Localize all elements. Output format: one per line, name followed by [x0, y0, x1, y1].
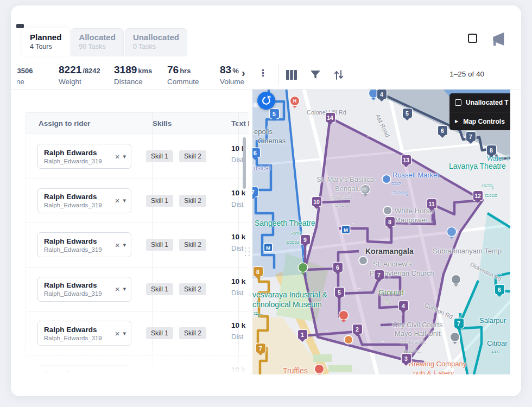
- map-place-label: Manpower...: [395, 216, 433, 224]
- skill-chip[interactable]: Skill 1: [146, 150, 173, 162]
- skill-chip[interactable]: Skill 1: [146, 239, 173, 251]
- route-stop-marker-blue[interactable]: 7: [252, 187, 258, 196]
- skills-chips: Skill 1Skill 2: [146, 239, 206, 251]
- route-direction-arrow: →: [357, 287, 362, 292]
- skill-chip[interactable]: Skill 2: [179, 327, 206, 339]
- rider-select[interactable]: Ralph EdwardsRalph_Edwards_319×▾: [37, 188, 131, 213]
- skill-chip[interactable]: Skill 1: [146, 195, 173, 207]
- dropdown-caret-icon[interactable]: ▾: [123, 374, 131, 374]
- dropdown-caret-icon[interactable]: ▾: [123, 153, 131, 160]
- route-stop-marker-purple[interactable]: 3: [402, 354, 411, 363]
- megaphone-icon[interactable]: [487, 31, 506, 48]
- route-stop-marker-teal[interactable]: 6: [495, 285, 504, 294]
- route-stop-marker-purple[interactable]: 6: [333, 263, 343, 272]
- route-stop-marker-purple[interactable]: 2: [353, 325, 362, 334]
- panel-resize-handle[interactable]: [245, 247, 250, 263]
- park-pin: [299, 263, 307, 272]
- route-stop-marker-purple[interactable]: 14: [326, 113, 335, 122]
- sort-icon[interactable]: [332, 68, 345, 81]
- col-header-assign-to-rider[interactable]: Assign to rider: [39, 119, 90, 128]
- route-stop-marker-blue[interactable]: 5: [270, 109, 279, 118]
- route-stop-marker-purple[interactable]: 7: [375, 270, 384, 279]
- route-stop-marker-purple[interactable]: 5: [335, 288, 344, 297]
- stat-value: 76: [167, 64, 179, 75]
- table-scrollbar[interactable]: [243, 137, 246, 189]
- metric-value: 10 k: [231, 189, 248, 197]
- route-stop-marker-purple[interactable]: 8: [385, 217, 395, 226]
- main-panel: Planned 4 Tours Allocated 90 Tasks Unall…: [11, 5, 521, 396]
- map[interactable]: Unallocated T▶Map Controls →→→→→→→→→→→→→…: [252, 90, 510, 374]
- clear-rider-icon[interactable]: ×: [112, 152, 123, 161]
- route-stop-marker-navy[interactable]: 8: [487, 145, 496, 155]
- map-place-label: Salarpur: [479, 316, 506, 325]
- skill-chip[interactable]: Skill 1: [146, 372, 173, 375]
- rider-select[interactable]: Ralph EdwardsRalph_Edwards_319×▾: [37, 321, 131, 346]
- unallocated-tasks-toggle[interactable]: Unallocated T: [449, 93, 510, 112]
- skill-chip[interactable]: Skill 2: [179, 372, 206, 375]
- map-place-label: City Civil Courts: [392, 321, 442, 329]
- table-row: Ralph EdwardsRalph_Edwards_319×▾Skill 1S…: [26, 135, 249, 179]
- route-stop-marker-navy[interactable]: 6: [438, 126, 447, 135]
- market-pin: [383, 175, 390, 183]
- map-place-label: ಲಾವಣ್ಯ: [482, 183, 493, 189]
- tab-planned[interactable]: Planned 4 Tours: [22, 28, 69, 56]
- rider-select[interactable]: Ralph EdwardsRalph_Edwards_319×▾: [37, 365, 131, 375]
- route-stop-marker-orange[interactable]: 8: [254, 267, 263, 276]
- map-place-label: Mayo Hall Unit: [395, 329, 441, 338]
- col-header-skills[interactable]: Skills: [153, 119, 172, 128]
- map-controls-toggle[interactable]: ▶Map Controls: [449, 112, 510, 130]
- filter-icon[interactable]: [309, 68, 322, 81]
- dropdown-caret-icon[interactable]: ▾: [123, 241, 131, 249]
- route-stop-marker-purple[interactable]: 9: [301, 235, 310, 244]
- dropdown-caret-icon[interactable]: ▾: [123, 285, 131, 292]
- route-stop-marker-purple[interactable]: 11: [427, 199, 436, 208]
- columns-icon[interactable]: [285, 68, 298, 81]
- skill-chip[interactable]: Skill 1: [146, 283, 173, 295]
- poi-pin: [452, 275, 460, 284]
- expand-arrow-icon: ▶: [455, 119, 458, 124]
- rider-id: Ralph_Edwards_319: [44, 202, 112, 208]
- clear-rider-icon[interactable]: ×: [112, 373, 123, 374]
- route-stop-marker-purple[interactable]: 12: [473, 191, 483, 200]
- rider-select[interactable]: Ralph EdwardsRalph_Edwards_319×▾: [37, 144, 131, 169]
- select-all-checkbox[interactable]: [468, 34, 477, 43]
- route-stop-marker-teal[interactable]: 7: [454, 319, 464, 328]
- skill-chip[interactable]: Skill 2: [179, 239, 206, 251]
- clear-rider-icon[interactable]: ×: [112, 196, 123, 205]
- skill-chip[interactable]: Skill 2: [179, 150, 206, 162]
- skill-chip[interactable]: Skill 1: [146, 327, 173, 339]
- route-stop-marker-orange[interactable]: 7: [256, 344, 265, 353]
- tab-allocated[interactable]: Allocated 90 Tasks: [71, 28, 124, 56]
- clear-rider-icon[interactable]: ×: [112, 329, 123, 338]
- rider-select[interactable]: Ralph EdwardsRalph_Edwards_319×▾: [37, 277, 131, 302]
- overlay-label: Map Controls: [463, 118, 505, 125]
- route-stop-marker-navy[interactable]: 5: [403, 109, 412, 118]
- col-header-text[interactable]: Text H: [231, 119, 249, 128]
- route-stop-marker-purple[interactable]: 1: [298, 330, 307, 339]
- clipped-tab-fragment: [16, 24, 24, 28]
- clear-rider-icon[interactable]: ×: [112, 284, 123, 294]
- route-stop-marker-navy[interactable]: 7: [466, 132, 476, 141]
- route-stop-marker-blue[interactable]: 6: [252, 148, 260, 157]
- skill-chip[interactable]: Skill 2: [179, 195, 206, 207]
- map-place-label: St. Mary's Basilica,: [316, 175, 376, 183]
- route-stop-marker-navy[interactable]: 4: [377, 90, 387, 99]
- more-options-icon[interactable]: ⋮: [258, 67, 268, 79]
- dropdown-caret-icon[interactable]: ▾: [123, 197, 131, 204]
- rider-select[interactable]: Ralph EdwardsRalph_Edwards_319×▾: [37, 232, 131, 257]
- metric-value: 10 k: [231, 277, 248, 285]
- map-place-label: St. Andrew's: [373, 260, 412, 268]
- stats-scroll-chevron-icon[interactable]: ›: [242, 67, 245, 79]
- dropdown-caret-icon[interactable]: ▾: [123, 330, 131, 337]
- skill-chip[interactable]: Skill 2: [179, 283, 206, 295]
- route-stop-marker-purple[interactable]: 13: [402, 155, 411, 164]
- route-stop-marker-purple[interactable]: 10: [312, 197, 321, 206]
- clear-rider-icon[interactable]: ×: [112, 240, 123, 250]
- map-refresh-button[interactable]: [257, 92, 275, 110]
- food-pin: [339, 311, 348, 320]
- tab-unallocated[interactable]: Unallocated 0 Tasks: [125, 28, 187, 56]
- route-direction-arrow: →: [458, 314, 464, 319]
- route-stop-marker-purple[interactable]: 4: [399, 301, 408, 310]
- checkbox-icon[interactable]: [455, 99, 461, 106]
- pagination-label: 1–25 of 40: [449, 70, 484, 78]
